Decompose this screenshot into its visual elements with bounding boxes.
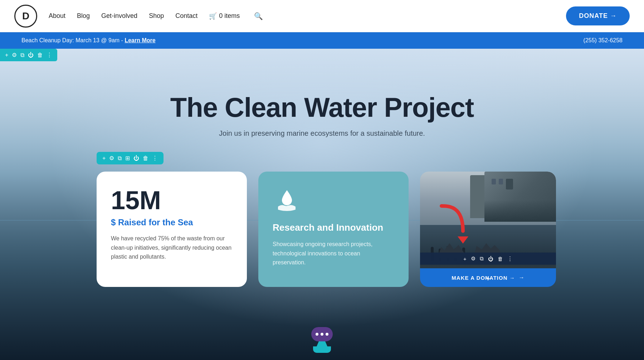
section-columns-icon[interactable]: ⊞ <box>125 155 130 162</box>
nav-about[interactable]: About <box>49 12 65 20</box>
cart-icon: 🛒 <box>209 12 217 20</box>
main-nav: About Blog Get-involved Shop Contact 🛒 0… <box>49 12 263 20</box>
chatbot-body <box>313 346 331 353</box>
stat-description: We have recycled 75% of the waste from o… <box>111 234 233 261</box>
nav-blog[interactable]: Blog <box>77 12 90 20</box>
donation-cta-label: MAKE A DONATION → <box>452 275 515 281</box>
cards-section: 15M $ Raised for the Sea We have recycle… <box>97 172 547 287</box>
section-duplicate-icon[interactable]: ⧉ <box>118 155 122 162</box>
chatbot-dot-2 <box>321 333 323 336</box>
toolbar-duplicate-icon[interactable]: ⧉ <box>20 52 24 58</box>
search-button[interactable]: 🔍 <box>254 12 263 20</box>
toolbar-add-icon[interactable]: + <box>5 52 8 58</box>
card3-add-icon[interactable]: + <box>463 256 467 262</box>
site-logo[interactable]: D <box>14 5 37 28</box>
chatbot-bubble <box>311 327 333 341</box>
chatbot-dot-1 <box>316 333 318 336</box>
hero-section: The Clean Water Project Join us in prese… <box>0 49 644 360</box>
top-toolbar: + ⚙ ⧉ ⏻ 🗑 ⋮ <box>0 49 57 61</box>
chatbot-widget[interactable] <box>311 327 333 353</box>
stats-card: 15M $ Raised for the Sea We have recycle… <box>97 172 247 287</box>
hero-subtitle: Join us in preserving marine ecosystems … <box>219 129 425 138</box>
nav-cart[interactable]: 🛒 0 items <box>209 12 240 20</box>
svg-marker-1 <box>458 236 468 244</box>
toolbar-more-icon[interactable]: ⋮ <box>47 52 52 58</box>
chatbot-dot-3 <box>326 333 328 336</box>
hero-title: The Clean Water Project <box>170 92 474 123</box>
card3-power-icon[interactable]: ⏻ <box>488 256 493 262</box>
section-delete-icon[interactable]: 🗑 <box>143 155 148 162</box>
add-below-button[interactable]: + <box>486 274 491 283</box>
header: D About Blog Get-involved Shop Contact 🛒… <box>0 0 644 32</box>
stat-title: $ Raised for the Sea <box>111 217 233 227</box>
stat-number: 15M <box>111 187 233 213</box>
announcement-bar: Beach Cleanup Day: March 13 @ 9am - Lear… <box>0 32 644 49</box>
research-title: Research and Innovation <box>273 222 383 233</box>
section-settings-icon[interactable]: ⚙ <box>109 155 114 162</box>
toolbar-power-icon[interactable]: ⏻ <box>28 52 34 58</box>
chatbot-neck <box>317 341 327 346</box>
research-card: Research and Innovation Showcasing ongoi… <box>258 172 409 287</box>
card3-toolbar: + ⚙ ⧉ ⏻ 🗑 ⋮ <box>420 253 556 265</box>
research-icon <box>273 187 301 216</box>
toolbar-settings-icon[interactable]: ⚙ <box>12 52 17 58</box>
arrow-icon: → <box>519 274 525 281</box>
section-add-icon[interactable]: + <box>102 155 106 162</box>
announcement-text: Beach Cleanup Day: March 13 @ 9am - Lear… <box>21 37 156 44</box>
section-power-icon[interactable]: ⏻ <box>133 155 139 162</box>
nav-shop[interactable]: Shop <box>149 12 164 20</box>
card3-more-icon[interactable]: ⋮ <box>507 255 513 262</box>
toolbar-delete-icon[interactable]: 🗑 <box>37 52 43 58</box>
nav-get-involved[interactable]: Get-involved <box>101 12 137 20</box>
nav-contact[interactable]: Contact <box>175 12 197 20</box>
donate-button[interactable]: DONATE → <box>566 6 630 25</box>
learn-more-link[interactable]: Learn More <box>125 37 155 43</box>
section-toolbar: + ⚙ ⧉ ⊞ ⏻ 🗑 ⋮ <box>97 152 164 164</box>
research-description: Showcasing ongoing research projects, te… <box>273 240 394 267</box>
card3-delete-icon[interactable]: 🗑 <box>498 256 503 262</box>
photo-card[interactable]: + ⚙ ⧉ ⏻ 🗑 ⋮ MAKE A DONATION → → + <box>420 172 556 287</box>
section-more-icon[interactable]: ⋮ <box>152 155 158 162</box>
card3-duplicate-icon[interactable]: ⧉ <box>480 255 484 262</box>
phone-number: (255) 352-6258 <box>584 37 623 44</box>
card3-settings-icon[interactable]: ⚙ <box>471 255 475 262</box>
